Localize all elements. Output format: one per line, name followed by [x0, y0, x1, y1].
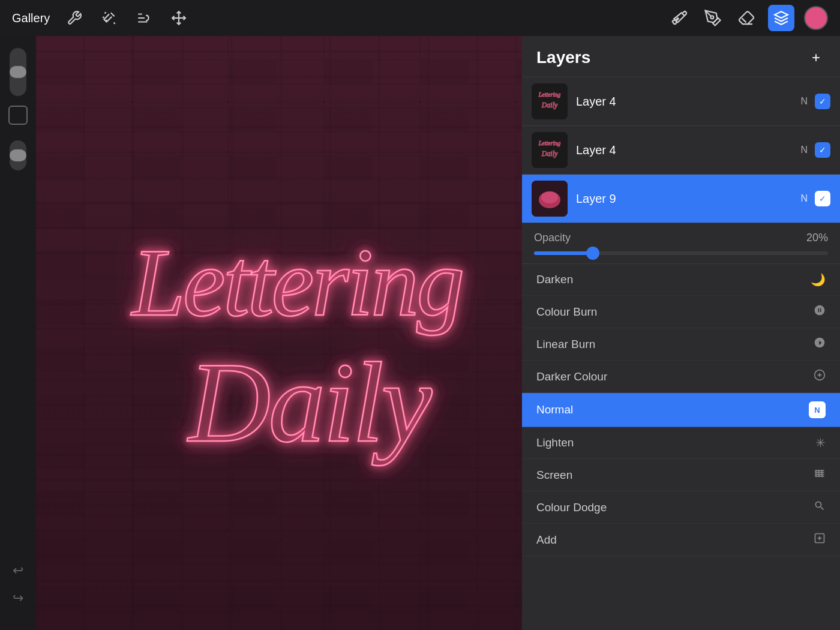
svg-line-1 — [103, 17, 104, 18]
layer-name: Layer 4 — [576, 95, 800, 109]
darker-colour-icon — [814, 369, 826, 384]
blend-name: Linear Burn — [536, 338, 595, 351]
add-layer-button[interactable]: + — [806, 48, 826, 67]
normal-badge: N — [809, 401, 826, 418]
svg-line-0 — [106, 20, 107, 21]
shape-tool-button[interactable] — [8, 106, 28, 125]
svg-text:Lettering: Lettering — [538, 140, 561, 146]
svg-text:Daily: Daily — [187, 340, 433, 466]
opacity-label: Opacity — [534, 232, 571, 244]
smudge-icon[interactable] — [134, 8, 154, 28]
layers-panel: Layers + Lettering Daily Layer 4 N ✓ Let… — [522, 36, 840, 630]
blend-mode-normal[interactable]: Normal N — [522, 393, 840, 427]
lighten-icon: ✳ — [815, 436, 826, 450]
svg-text:Daily: Daily — [541, 101, 558, 109]
brush-size-thumb — [10, 66, 26, 78]
layer-thumbnail: Lettering Daily — [532, 83, 568, 119]
neon-text: Lettering Daily Lettering Daily — [57, 123, 537, 543]
canvas-area[interactable]: Lettering Daily Lettering Daily — [36, 36, 558, 630]
layer-thumbnail: Lettering Daily — [532, 132, 568, 168]
brush-tool-icon[interactable] — [667, 6, 691, 30]
svg-line-2 — [105, 12, 106, 13]
layers-panel-button[interactable] — [768, 5, 794, 31]
linear-burn-icon — [814, 337, 826, 352]
svg-point-6 — [710, 16, 713, 19]
blend-mode-darken[interactable]: Darken 🌙 — [522, 264, 840, 296]
sidebar-bottom-controls: ↩ ↪ — [13, 563, 23, 606]
wrench-icon[interactable] — [64, 8, 85, 28]
blend-name: Add — [536, 533, 557, 547]
blend-name: Darken — [536, 273, 573, 286]
blend-mode-list: Darken 🌙 Colour Burn Linear Burn Darker … — [522, 264, 840, 556]
opacity-slider-left[interactable] — [10, 140, 26, 170]
blend-name-normal: Normal — [536, 403, 573, 416]
blend-name: Colour Dodge — [536, 501, 607, 514]
layer-item[interactable]: Lettering Daily Layer 4 N ✓ — [522, 126, 840, 175]
blend-name: Screen — [536, 469, 572, 482]
layer-visibility-checkbox-active[interactable]: ✓ — [815, 191, 830, 206]
layer-thumbnail-active — [532, 181, 568, 217]
darken-icon: 🌙 — [811, 272, 826, 287]
layer-name-active: Layer 9 — [576, 192, 800, 206]
layers-panel-title: Layers — [536, 48, 590, 67]
layers-header: Layers + — [522, 36, 840, 77]
blend-mode-darker-colour[interactable]: Darker Colour — [522, 361, 840, 393]
eraser-tool-icon[interactable] — [734, 6, 758, 30]
add-icon — [814, 532, 826, 547]
gallery-button[interactable]: Gallery — [12, 11, 50, 25]
svg-line-3 — [114, 23, 115, 24]
pencil-tool-icon[interactable] — [701, 6, 725, 30]
svg-text:Lettering: Lettering — [131, 229, 463, 336]
blend-mode-add[interactable]: Add — [522, 524, 840, 556]
layer-visibility-checkbox[interactable]: ✓ — [815, 94, 830, 109]
brush-size-slider[interactable] — [10, 48, 26, 96]
svg-point-24 — [541, 191, 558, 203]
layer-blend-mode: N — [800, 145, 808, 155]
svg-text:Daily: Daily — [541, 149, 558, 158]
blend-mode-colour-burn[interactable]: Colour Burn — [522, 296, 840, 328]
magic-wand-icon[interactable] — [99, 8, 119, 28]
svg-marker-7 — [775, 11, 788, 18]
blend-mode-screen[interactable]: Screen — [522, 459, 840, 491]
top-bar-left: Gallery — [12, 8, 189, 28]
blend-name: Colour Burn — [536, 305, 597, 319]
redo-button[interactable]: ↪ — [13, 590, 23, 606]
svg-text:Lettering: Lettering — [538, 91, 561, 98]
layer-item[interactable]: Lettering Daily Layer 4 N ✓ — [522, 77, 840, 126]
opacity-value: 20% — [806, 232, 828, 244]
screen-icon — [814, 467, 826, 482]
blend-name: Lighten — [536, 436, 574, 449]
layer-blend-mode-active: N — [800, 193, 808, 204]
layer-name: Layer 4 — [576, 143, 800, 157]
selection-icon[interactable] — [169, 8, 189, 28]
top-bar-right — [667, 5, 828, 31]
undo-button[interactable]: ↩ — [13, 563, 23, 578]
opacity-slider[interactable] — [534, 251, 828, 255]
opacity-section: Opacity 20% — [522, 223, 840, 264]
top-bar: Gallery — [0, 0, 840, 36]
opacity-row: Opacity 20% — [534, 232, 828, 244]
layer-blend-mode: N — [800, 96, 808, 107]
blend-mode-colour-dodge[interactable]: Colour Dodge — [522, 491, 840, 524]
colour-dodge-icon — [814, 500, 826, 515]
opacity-fill — [534, 251, 593, 255]
opacity-slider-thumb[interactable] — [586, 247, 599, 260]
layer-visibility-checkbox[interactable]: ✓ — [815, 142, 830, 158]
blend-mode-linear-burn[interactable]: Linear Burn — [522, 328, 840, 361]
opacity-thumb-left — [10, 149, 26, 161]
colour-burn-icon — [814, 304, 826, 319]
color-picker-swatch[interactable] — [804, 6, 828, 30]
left-sidebar: ↩ ↪ — [0, 36, 36, 630]
blend-name: Darker Colour — [536, 370, 607, 383]
blend-mode-lighten[interactable]: Lighten ✳ — [522, 427, 840, 459]
layer-item-active[interactable]: Layer 9 N ✓ — [522, 175, 840, 223]
canvas-background: Lettering Daily Lettering Daily — [36, 36, 558, 630]
